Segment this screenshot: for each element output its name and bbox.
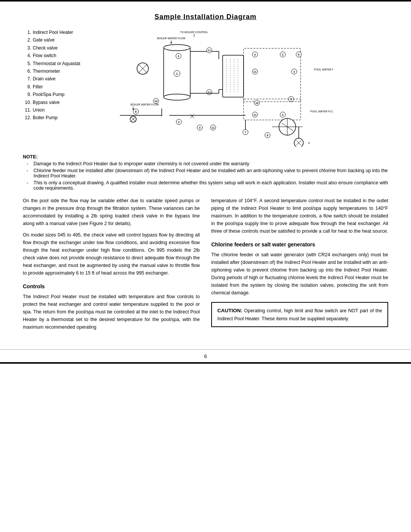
notes-section: NOTE: - Damage to the Indirect Pool Heat… bbox=[23, 154, 388, 191]
svg-text:7: 7 bbox=[245, 131, 246, 134]
legend-label: Thermostat or Aquastat bbox=[33, 60, 80, 67]
note-text-2: Chlorine feeder must be installed after … bbox=[33, 168, 388, 179]
caution-box: CAUTION: Operating control, high limit a… bbox=[211, 302, 388, 327]
legend-label: Gate valve bbox=[33, 36, 54, 44]
note-item-3: - This is only a conceptual drawing. A q… bbox=[23, 180, 388, 191]
legend-item: 1.Indirect Pool Heater bbox=[23, 29, 89, 36]
diagram-container: TO BOILER CONTROL BOILER WATER FLOW bbox=[97, 29, 388, 147]
bottom-border bbox=[0, 362, 411, 364]
legend-num: 9. bbox=[23, 91, 31, 98]
legend-num: 8. bbox=[23, 83, 31, 91]
svg-text:2: 2 bbox=[282, 113, 284, 116]
svg-text:10: 10 bbox=[255, 102, 258, 104]
content-area: Sample Installation Diagram 1.Indirect P… bbox=[0, 2, 411, 345]
legend-item: 10.Bypass valve bbox=[23, 99, 89, 106]
legend-num: 4. bbox=[23, 52, 31, 59]
legend-item: 12.Boiler Pump bbox=[23, 114, 89, 121]
chlorine-text: The chlorine feeder or salt water genera… bbox=[211, 251, 388, 297]
svg-text:11: 11 bbox=[208, 49, 211, 52]
legend-label: Flow switch bbox=[33, 52, 56, 59]
svg-text:11: 11 bbox=[212, 126, 215, 129]
note-dash-2: - bbox=[27, 168, 30, 179]
svg-text:1: 1 bbox=[176, 72, 178, 75]
svg-text:POOL WATER FLOW: POOL WATER FLOW bbox=[314, 68, 333, 71]
svg-text:11: 11 bbox=[253, 113, 256, 116]
note-text-3: This is only a conceptual drawing. A qua… bbox=[33, 180, 388, 191]
legend-num: 1. bbox=[23, 29, 31, 36]
svg-text:POOL WATER FLOW: POOL WATER FLOW bbox=[310, 110, 333, 113]
diagram-section: 1.Indirect Pool Heater2.Gate valve3.Chec… bbox=[23, 29, 388, 147]
installation-diagram: TO BOILER CONTROL BOILER WATER FLOW bbox=[97, 29, 333, 147]
legend-label: Boiler Pump bbox=[33, 114, 57, 121]
legend-num: 12. bbox=[23, 114, 31, 121]
legend-num: 2. bbox=[23, 36, 31, 44]
legend-item: 2.Gate valve bbox=[23, 36, 89, 44]
svg-point-73 bbox=[294, 138, 303, 147]
svg-text:9: 9 bbox=[308, 142, 310, 144]
legend-label: Check valve bbox=[33, 44, 57, 52]
page: Sample Installation Diagram 1.Indirect P… bbox=[0, 0, 411, 532]
page-title: Sample Installation Diagram bbox=[23, 13, 388, 21]
legend-label: Union bbox=[33, 106, 45, 114]
legend-num: 6. bbox=[23, 67, 31, 75]
legend-item: 4.Flow switch bbox=[23, 52, 89, 59]
legend-label: Drain valve bbox=[33, 75, 56, 83]
controls-text: The Indirect Pool Heater must be install… bbox=[23, 293, 200, 331]
svg-text:2: 2 bbox=[282, 53, 284, 56]
svg-text:6: 6 bbox=[298, 53, 299, 56]
note-item-1: - Damage to the Indirect Pool Heater due… bbox=[23, 161, 388, 166]
two-column-section: On the pool side the flow may be variabl… bbox=[23, 197, 388, 331]
page-footer: 6 bbox=[0, 349, 411, 362]
legend-item: 3.Check valve bbox=[23, 44, 89, 52]
svg-text:BOILER WATER FLOW: BOILER WATER FLOW bbox=[157, 37, 186, 40]
legend-item: 7.Drain valve bbox=[23, 75, 89, 83]
svg-text:2: 2 bbox=[178, 55, 179, 58]
notes-title: NOTE: bbox=[23, 154, 388, 160]
svg-text:12: 12 bbox=[155, 100, 158, 102]
legend-num: 7. bbox=[23, 75, 31, 83]
legend-num: 11. bbox=[23, 106, 31, 114]
legend-label: Indirect Pool Heater bbox=[33, 29, 73, 36]
legend-item: 8.Filter bbox=[23, 83, 89, 91]
left-column: On the pool side the flow may be variabl… bbox=[23, 197, 200, 331]
svg-text:3: 3 bbox=[199, 126, 201, 129]
svg-point-5 bbox=[164, 45, 190, 51]
note-dash-3: - bbox=[27, 180, 30, 191]
svg-text:11: 11 bbox=[253, 70, 256, 73]
caution-word: CAUTION: bbox=[217, 308, 242, 313]
svg-text:6: 6 bbox=[135, 110, 137, 113]
svg-rect-20 bbox=[223, 55, 244, 97]
svg-rect-60 bbox=[244, 99, 301, 120]
chlorine-heading: Chlorine feeders or salt water generator… bbox=[211, 240, 388, 249]
legend-item: 9.Pool/Spa Pump bbox=[23, 91, 89, 98]
svg-text:2: 2 bbox=[178, 121, 180, 123]
svg-rect-30 bbox=[244, 48, 301, 102]
controls-heading: Controls bbox=[23, 282, 200, 291]
legend-label: Thermometer bbox=[33, 67, 60, 75]
legend-label: Pool/Spa Pump bbox=[33, 91, 64, 98]
svg-text:4: 4 bbox=[254, 53, 256, 56]
legend-item: 11.Union bbox=[23, 106, 89, 114]
legend-item: 5.Thermostat or Aquastat bbox=[23, 60, 89, 67]
right-para-1: temperature of 104°F. A second temperatu… bbox=[211, 197, 388, 235]
svg-text:3: 3 bbox=[293, 70, 295, 73]
page-number: 6 bbox=[204, 353, 207, 359]
left-para-1: On the pool side the flow may be variabl… bbox=[23, 197, 200, 227]
legend-label: Filter bbox=[33, 83, 43, 91]
right-column: temperature of 104°F. A second temperatu… bbox=[211, 197, 388, 331]
svg-text:8: 8 bbox=[267, 134, 268, 137]
legend: 1.Indirect Pool Heater2.Gate valve3.Chec… bbox=[23, 29, 89, 147]
legend-num: 5. bbox=[23, 60, 31, 67]
svg-point-6 bbox=[164, 94, 190, 100]
left-para-2: On model sizes 045 to 495, the check val… bbox=[23, 231, 200, 277]
legend-label: Bypass valve bbox=[33, 99, 60, 106]
svg-text:TO BOILER CONTROL: TO BOILER CONTROL bbox=[180, 31, 208, 34]
note-text-1: Damage to the Indirect Pool Heater due t… bbox=[33, 161, 249, 166]
svg-text:BOILER WATER FLOW: BOILER WATER FLOW bbox=[131, 103, 159, 106]
legend-item: 6.Thermometer bbox=[23, 67, 89, 75]
note-item-2: - Chlorine feeder must be installed afte… bbox=[23, 168, 388, 179]
legend-num: 10. bbox=[23, 99, 31, 106]
note-dash: - bbox=[27, 161, 30, 166]
legend-num: 3. bbox=[23, 44, 31, 52]
